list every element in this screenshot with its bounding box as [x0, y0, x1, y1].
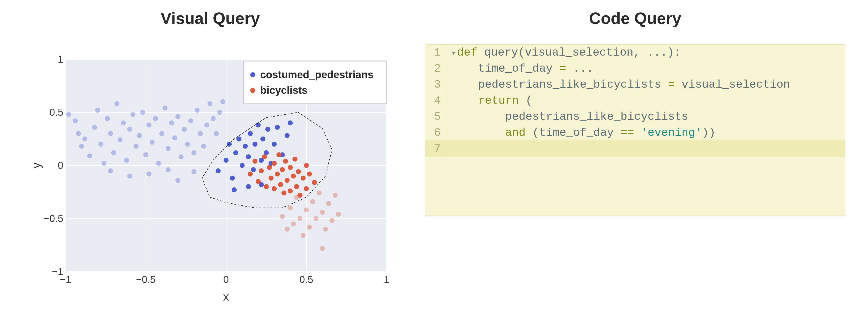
data-point[interactable] — [111, 150, 116, 155]
legend-item[interactable]: bicyclists — [250, 83, 373, 98]
data-point[interactable] — [326, 201, 331, 206]
data-point[interactable] — [240, 163, 245, 168]
data-point[interactable] — [159, 131, 164, 136]
data-point[interactable] — [147, 172, 151, 177]
code-line[interactable]: 7 — [425, 141, 845, 157]
data-point[interactable] — [333, 193, 338, 198]
data-point[interactable] — [92, 125, 97, 130]
data-point[interactable] — [220, 99, 225, 104]
data-point[interactable] — [246, 154, 251, 159]
data-point[interactable] — [166, 146, 170, 151]
data-point[interactable] — [153, 116, 158, 121]
data-point[interactable] — [114, 101, 119, 106]
data-point[interactable] — [330, 218, 335, 223]
data-point[interactable] — [285, 178, 289, 183]
data-point[interactable] — [121, 120, 126, 125]
data-point[interactable] — [280, 167, 285, 172]
data-point[interactable] — [243, 144, 248, 149]
data-point[interactable] — [294, 184, 299, 189]
data-point[interactable] — [73, 118, 78, 123]
data-point[interactable] — [307, 172, 312, 177]
data-point[interactable] — [301, 233, 306, 238]
data-point[interactable] — [176, 178, 180, 183]
data-point[interactable] — [272, 142, 277, 147]
data-point[interactable] — [278, 182, 283, 187]
data-point[interactable] — [320, 246, 325, 251]
data-point[interactable] — [176, 114, 180, 119]
code-content[interactable]: ▾def query(visual_selection, ...): — [446, 44, 845, 61]
data-point[interactable] — [201, 144, 206, 149]
code-content[interactable]: pedestrians_like_bicyclists — [446, 109, 845, 125]
data-point[interactable] — [98, 142, 103, 147]
data-point[interactable] — [204, 122, 209, 127]
code-line[interactable]: 4 return ( — [425, 93, 845, 109]
data-point[interactable] — [252, 159, 257, 163]
data-point[interactable] — [280, 214, 285, 219]
data-point[interactable] — [182, 127, 187, 132]
data-point[interactable] — [285, 227, 289, 232]
data-point[interactable] — [291, 174, 296, 179]
code-line[interactable]: 2 time_of_day = ... — [425, 61, 845, 77]
legend-item[interactable]: costumed_pedestrians — [250, 67, 373, 83]
data-point[interactable] — [313, 216, 318, 221]
data-point[interactable] — [283, 159, 288, 163]
data-point[interactable] — [105, 116, 110, 121]
data-point[interactable] — [118, 138, 123, 142]
code-content[interactable] — [446, 141, 845, 157]
data-point[interactable] — [272, 161, 277, 166]
data-point[interactable] — [227, 142, 232, 147]
data-point[interactable] — [233, 150, 238, 155]
scatter-chart[interactable]: −1−0.500.51−1−0.500.51 costumed_pedestri… — [29, 55, 391, 308]
data-point[interactable] — [304, 186, 309, 191]
data-point[interactable] — [292, 157, 298, 161]
code-content[interactable]: return ( — [446, 93, 845, 109]
data-point[interactable] — [264, 184, 269, 189]
data-point[interactable] — [259, 169, 264, 173]
data-point[interactable] — [317, 190, 322, 195]
data-point[interactable] — [248, 172, 253, 177]
data-point[interactable] — [188, 118, 193, 123]
data-point[interactable] — [191, 150, 196, 155]
data-point[interactable] — [285, 133, 289, 138]
data-point[interactable] — [166, 167, 170, 172]
data-point[interactable] — [288, 165, 293, 170]
data-point[interactable] — [223, 158, 228, 163]
data-point[interactable] — [296, 169, 301, 174]
data-point[interactable] — [275, 172, 280, 177]
data-point[interactable] — [266, 127, 270, 132]
data-point[interactable] — [301, 176, 306, 181]
code-content[interactable]: pedestrians_like_bicyclists = visual_sel… — [446, 77, 845, 93]
data-point[interactable] — [179, 154, 184, 159]
data-point[interactable] — [137, 133, 142, 138]
data-point[interactable] — [298, 216, 303, 221]
data-point[interactable] — [256, 179, 260, 184]
data-point[interactable] — [276, 152, 281, 157]
code-editor[interactable]: 1▾def query(visual_selection, ...):2 tim… — [425, 44, 845, 216]
data-point[interactable] — [275, 125, 280, 130]
data-point[interactable] — [150, 140, 155, 145]
data-point[interactable] — [82, 136, 87, 142]
data-point[interactable] — [288, 188, 293, 193]
data-point[interactable] — [172, 135, 177, 140]
data-point[interactable] — [262, 154, 267, 159]
data-point[interactable] — [267, 165, 272, 170]
data-point[interactable] — [66, 112, 71, 117]
data-point[interactable] — [169, 120, 174, 125]
code-line[interactable]: 6 and (time_of_day == 'evening')) — [425, 125, 845, 141]
code-line[interactable]: 5 pedestrians_like_bicyclists — [425, 109, 845, 125]
data-point[interactable] — [312, 180, 317, 185]
code-line[interactable]: 1▾def query(visual_selection, ...): — [425, 44, 845, 61]
data-point[interactable] — [304, 208, 309, 212]
code-line[interactable]: 3 pedestrians_like_bicyclists = visual_s… — [425, 77, 845, 93]
data-point[interactable] — [291, 221, 296, 226]
data-point[interactable] — [214, 131, 219, 136]
data-point[interactable] — [127, 174, 132, 179]
data-point[interactable] — [216, 169, 221, 173]
data-point[interactable] — [323, 227, 328, 232]
data-point[interactable] — [310, 199, 315, 204]
data-point[interactable] — [248, 131, 253, 136]
data-point[interactable] — [127, 127, 132, 132]
data-point[interactable] — [288, 120, 293, 125]
data-point[interactable] — [198, 131, 203, 136]
data-point[interactable] — [87, 153, 92, 158]
